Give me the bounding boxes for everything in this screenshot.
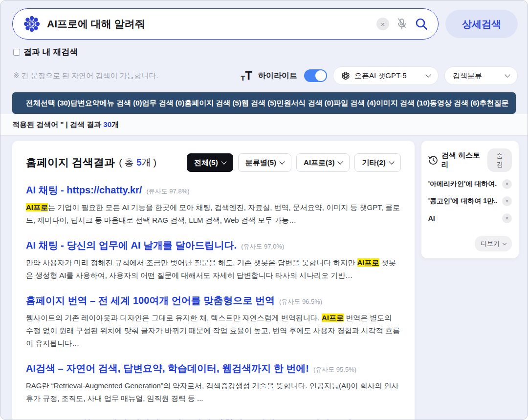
history-item: '콩고인'에 대하여 1만... ×: [428, 196, 512, 206]
category-dropdown[interactable]: 검색분류: [444, 66, 518, 85]
tab-select-all[interactable]: 전체선택 (30): [26, 99, 70, 108]
content-area: 홈페이지 검색결과 ( 총 5개 ) 전체(5) 분류별(5) AI프로(3): [0, 136, 528, 420]
hide-history-button[interactable]: 숨김: [487, 148, 512, 172]
chevron-down-icon: [503, 241, 506, 245]
mic-muted-icon[interactable]: [396, 18, 408, 30]
chevron-down-icon: [221, 159, 226, 164]
tab-file-search[interactable]: 파일 검색 (4): [333, 99, 376, 108]
search-result: AI 채팅 - 당신의 업무에 AI 날개를 달아드립니다. (유사도 97.0…: [26, 239, 401, 282]
options-row: ※ 긴 문장으로 된 자연어 검색이 가능합니다. TT 하이라이트 오픈AI …: [0, 58, 528, 85]
clear-search-icon[interactable]: ×: [376, 18, 389, 30]
search-input[interactable]: [47, 18, 370, 30]
search-result: AI검색 – 자연어 검색, 답변요약, 학습데이터, 웹검색까지 한 번에! …: [26, 362, 401, 405]
applied-search-strip: 적용된 검색어 " | 검색 결과 30개: [0, 114, 528, 136]
filter-by-category-button[interactable]: 분류별(5): [238, 153, 291, 172]
tab-work-search[interactable]: 업무 검색 (0): [142, 99, 185, 108]
search-result: AI 채팅 - https://chatty.kr/ (유사도 97.8%) A…: [26, 184, 401, 227]
history-header: 검색 히스토리 숨김: [428, 148, 512, 172]
options-right: TT 하이라이트 오픈AI 챗GPT-5 검색분류: [241, 66, 518, 85]
category-dropdown-value: 검색분류: [453, 71, 501, 81]
tab-recommended-questions[interactable]: 추천질문: [480, 99, 509, 108]
search-result: AI프로 주요기능 – 나의 데이터를 학습시켜 정확하고 신뢰도 높은 답변을…: [26, 417, 401, 420]
result-title-link[interactable]: AI 채팅 - 당신의 업무에 AI 날개를 달아드립니다.: [26, 239, 237, 252]
result-title-link[interactable]: AI 채팅 - https://chatty.kr/: [26, 184, 142, 197]
filter-all-button[interactable]: 전체(5): [187, 153, 233, 172]
search-icon[interactable]: [415, 17, 428, 31]
remove-history-icon[interactable]: ×: [502, 179, 512, 189]
result-description: AI프로는 기업이 필요한 모든 AI 기능을 한곳에 모아 채팅, 검색엔진,…: [26, 201, 401, 227]
history-item-text[interactable]: '아메리카인'에 대하여...: [428, 180, 497, 189]
similarity-score: (유사도 96.5%): [279, 297, 322, 306]
more-history-button[interactable]: 더보기: [475, 236, 512, 252]
filter-aipro-button[interactable]: AI프로(3): [296, 153, 350, 172]
filter-etc-button[interactable]: 기타(2): [354, 153, 400, 172]
similarity-score: (유사도 97.0%): [241, 242, 284, 251]
model-dropdown-value: 오픈AI 챗GPT-5: [354, 71, 422, 81]
chevron-down-icon: [389, 159, 394, 164]
results-card-header: 홈페이지 검색결과 ( 총 5개 ) 전체(5) 분류별(5) AI프로(3): [26, 153, 401, 172]
ai-flower-icon: [23, 16, 40, 32]
app-window: × 상세검색 결과 내 재검색 ※ 긴 문장으로 된 자: [0, 0, 528, 420]
highlight-toggle[interactable]: [304, 69, 327, 82]
search-bar[interactable]: ×: [12, 8, 439, 40]
model-dropdown[interactable]: 오픈AI 챗GPT-5: [333, 66, 439, 85]
result-title-link[interactable]: 홈페이지 번역 – 전 세계 100여개 언어를 맞춤형으로 번역: [26, 294, 275, 307]
tab-menu-search[interactable]: 메뉴 검색 (0): [100, 99, 142, 108]
results-card-count: ( 총 5개 ): [119, 156, 156, 169]
chevron-down-icon: [425, 72, 431, 77]
homepage-results-card: 홈페이지 검색결과 ( 총 5개 ) 전체(5) 분류별(5) AI프로(3): [12, 141, 415, 420]
result-description: RAG란 “Retrieval-Augmented Generation”의 약…: [26, 379, 401, 405]
results-card-title: 홈페이지 검색결과: [26, 155, 115, 170]
remove-history-icon[interactable]: ×: [502, 213, 512, 223]
research-row: 결과 내 재검색: [0, 40, 528, 58]
chevron-down-icon: [338, 159, 343, 164]
search-hint-text: ※ 긴 문장으로 된 자연어 검색이 가능합니다.: [13, 71, 158, 81]
tab-civil-form-search[interactable]: 민원서식 검색 (0): [277, 99, 334, 108]
history-item: '아메리카인'에 대하여... ×: [428, 179, 512, 189]
tab-answer-summary[interactable]: 답변요약: [70, 99, 100, 108]
research-checkbox[interactable]: [13, 49, 20, 56]
tab-video-search[interactable]: 동영상 검색 (6): [430, 99, 480, 108]
similarity-score: (유사도 95.5%): [313, 365, 356, 374]
remove-history-icon[interactable]: ×: [502, 196, 512, 206]
result-title-link[interactable]: AI프로 주요기능 – 나의 데이터를 학습시켜 정확하고 신뢰도 높은 답변을…: [26, 417, 353, 420]
toggle-knob: [315, 70, 326, 81]
search-history-card: 검색 히스토리 숨김 '아메리카인'에 대하여... × '콩고인'에 대하여 …: [421, 141, 519, 258]
history-title: 검색 히스토리: [441, 151, 484, 169]
highlight-label: 하이라이트: [258, 71, 297, 81]
chevron-down-icon: [505, 72, 510, 77]
detail-search-button[interactable]: 상세검색: [445, 10, 518, 38]
tab-image-search[interactable]: 이미지 검색 (10): [376, 99, 430, 108]
history-item-text[interactable]: AI: [428, 214, 435, 222]
highlighted-term: AI프로: [26, 203, 48, 211]
result-title-link[interactable]: AI검색 – 자연어 검색, 답변요약, 학습데이터, 웹검색까지 한 번에!: [26, 362, 309, 375]
applied-search-text: 적용된 검색어 " | 검색 결과 30개: [12, 120, 119, 128]
result-type-tabs: 전체선택 (30) 답변요약 메뉴 검색 (0) 업무 검색 (0) 홈페이지 …: [12, 92, 516, 114]
tab-homepage-search[interactable]: 홈페이지 검색 (5): [184, 99, 242, 108]
tab-web-search[interactable]: 웹 검색 (5): [242, 99, 277, 108]
search-row: × 상세검색: [0, 0, 528, 40]
result-description: 만약 사용자가 미리 정해진 규칙에서 조금만 벗어난 질문을 해도, 기존 챗…: [26, 256, 401, 282]
search-result: 홈페이지 번역 – 전 세계 100여개 언어를 맞춤형으로 번역 (유사도 9…: [26, 294, 401, 350]
text-highlight-icon: TT: [241, 70, 252, 82]
history-clock-icon: [428, 155, 438, 165]
result-count: 30: [103, 120, 111, 128]
history-item: AI ×: [428, 213, 512, 223]
filter-buttons: 전체(5) 분류별(5) AI프로(3) 기타(2): [187, 153, 400, 172]
highlighted-term: AI프로: [322, 314, 344, 322]
result-description: 웹사이트의 기존 레이아웃과 디자인은 그대로 유지한 채, 텍스트만 자연스럽…: [26, 312, 401, 350]
similarity-score: (유사도 97.8%): [146, 187, 189, 196]
history-item-text[interactable]: '콩고인'에 대하여 1만...: [428, 197, 497, 206]
highlighted-term: AI프로: [357, 258, 379, 267]
research-label: 결과 내 재검색: [23, 46, 78, 58]
openai-logo-icon: [341, 71, 350, 80]
chevron-down-icon: [279, 159, 285, 164]
